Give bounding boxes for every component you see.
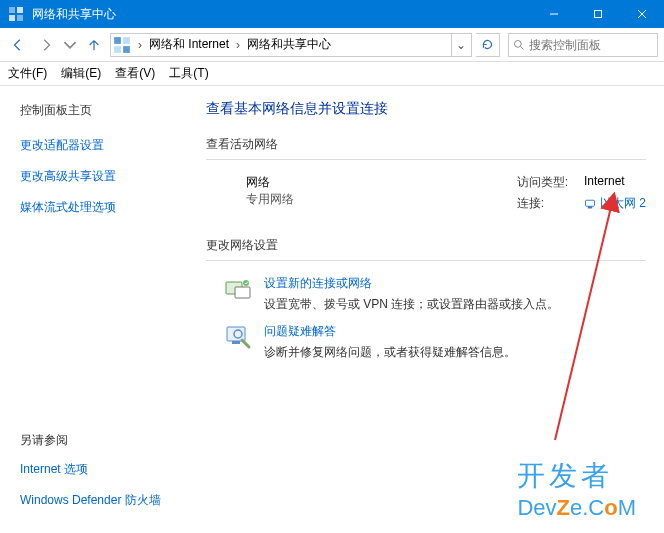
svg-rect-14 bbox=[585, 200, 594, 206]
up-button[interactable] bbox=[82, 33, 106, 57]
media-streaming-link[interactable]: 媒体流式处理选项 bbox=[20, 199, 196, 216]
search-icon bbox=[513, 39, 525, 51]
svg-rect-3 bbox=[17, 15, 23, 21]
network-type: 专用网络 bbox=[246, 191, 294, 208]
svg-rect-0 bbox=[9, 7, 15, 13]
divider bbox=[206, 260, 646, 261]
close-button[interactable] bbox=[620, 0, 664, 28]
search-input[interactable] bbox=[529, 38, 653, 52]
breadcrumb-seg-1[interactable]: 网络和 Internet bbox=[147, 36, 231, 53]
setup-connection-row[interactable]: 设置新的连接或网络 设置宽带、拨号或 VPN 连接；或设置路由器或接入点。 bbox=[224, 275, 646, 313]
firewall-link[interactable]: Windows Defender 防火墙 bbox=[20, 492, 196, 509]
access-type-label: 访问类型: bbox=[517, 174, 568, 191]
svg-rect-17 bbox=[235, 287, 250, 298]
svg-rect-1 bbox=[17, 7, 23, 13]
chevron-down-icon[interactable]: ⌄ bbox=[451, 34, 469, 56]
change-settings-label: 更改网络设置 bbox=[206, 237, 646, 254]
page-heading: 查看基本网络信息并设置连接 bbox=[206, 100, 646, 118]
active-networks-label: 查看活动网络 bbox=[206, 136, 646, 153]
menu-file[interactable]: 文件(F) bbox=[8, 65, 47, 82]
app-icon bbox=[8, 6, 24, 22]
sidebar: 控制面板主页 更改适配器设置 更改高级共享设置 媒体流式处理选项 另请参阅 In… bbox=[0, 86, 196, 533]
search-box[interactable] bbox=[508, 33, 658, 57]
connection-link[interactable]: 以太网 2 bbox=[600, 195, 646, 212]
menu-edit[interactable]: 编辑(E) bbox=[61, 65, 101, 82]
svg-point-12 bbox=[515, 40, 522, 47]
connection-label: 连接: bbox=[517, 195, 568, 213]
back-button[interactable] bbox=[6, 33, 30, 57]
access-type-value: Internet bbox=[584, 174, 646, 191]
advanced-sharing-link[interactable]: 更改高级共享设置 bbox=[20, 168, 196, 185]
svg-line-13 bbox=[521, 46, 524, 49]
chevron-right-icon[interactable]: › bbox=[133, 38, 147, 52]
menu-view[interactable]: 查看(V) bbox=[115, 65, 155, 82]
chevron-right-icon[interactable]: › bbox=[231, 38, 245, 52]
active-network-row: 网络 专用网络 访问类型: Internet 连接: 以太网 2 bbox=[246, 174, 646, 213]
troubleshoot-desc: 诊断并修复网络问题，或者获得疑难解答信息。 bbox=[264, 344, 516, 361]
internet-options-link[interactable]: Internet 选项 bbox=[20, 461, 196, 478]
content-pane: 查看基本网络信息并设置连接 查看活动网络 网络 专用网络 访问类型: Inter… bbox=[196, 86, 664, 533]
address-bar: › 网络和 Internet › 网络和共享中心 ⌄ bbox=[0, 28, 664, 62]
control-panel-icon bbox=[113, 36, 131, 54]
troubleshoot-icon bbox=[224, 323, 252, 351]
forward-button[interactable] bbox=[34, 33, 58, 57]
see-also-label: 另请参阅 bbox=[20, 432, 196, 449]
window-buttons bbox=[532, 0, 664, 28]
svg-rect-20 bbox=[232, 341, 240, 344]
window-title: 网络和共享中心 bbox=[32, 6, 532, 23]
breadcrumb-seg-2[interactable]: 网络和共享中心 bbox=[245, 36, 333, 53]
breadcrumb[interactable]: › 网络和 Internet › 网络和共享中心 ⌄ bbox=[110, 33, 472, 57]
refresh-button[interactable] bbox=[476, 33, 500, 57]
setup-connection-icon bbox=[224, 275, 252, 303]
svg-rect-15 bbox=[588, 206, 593, 208]
menu-bar: 文件(F) 编辑(E) 查看(V) 工具(T) bbox=[0, 62, 664, 86]
svg-rect-11 bbox=[123, 46, 130, 53]
title-bar: 网络和共享中心 bbox=[0, 0, 664, 28]
troubleshoot-title: 问题疑难解答 bbox=[264, 323, 516, 340]
history-dropdown[interactable] bbox=[62, 33, 78, 57]
setup-connection-desc: 设置宽带、拨号或 VPN 连接；或设置路由器或接入点。 bbox=[264, 296, 559, 313]
svg-rect-9 bbox=[123, 37, 130, 44]
maximize-button[interactable] bbox=[576, 0, 620, 28]
menu-tools[interactable]: 工具(T) bbox=[169, 65, 208, 82]
svg-rect-5 bbox=[595, 11, 602, 18]
ethernet-icon bbox=[584, 198, 596, 210]
svg-rect-2 bbox=[9, 15, 15, 21]
svg-rect-8 bbox=[114, 37, 121, 44]
network-name: 网络 bbox=[246, 174, 294, 191]
control-panel-home-link[interactable]: 控制面板主页 bbox=[20, 102, 196, 119]
minimize-button[interactable] bbox=[532, 0, 576, 28]
svg-point-18 bbox=[243, 280, 249, 286]
troubleshoot-row[interactable]: 问题疑难解答 诊断并修复网络问题，或者获得疑难解答信息。 bbox=[224, 323, 646, 361]
setup-connection-title: 设置新的连接或网络 bbox=[264, 275, 559, 292]
svg-rect-10 bbox=[114, 46, 121, 53]
change-adapter-link[interactable]: 更改适配器设置 bbox=[20, 137, 196, 154]
divider bbox=[206, 159, 646, 160]
